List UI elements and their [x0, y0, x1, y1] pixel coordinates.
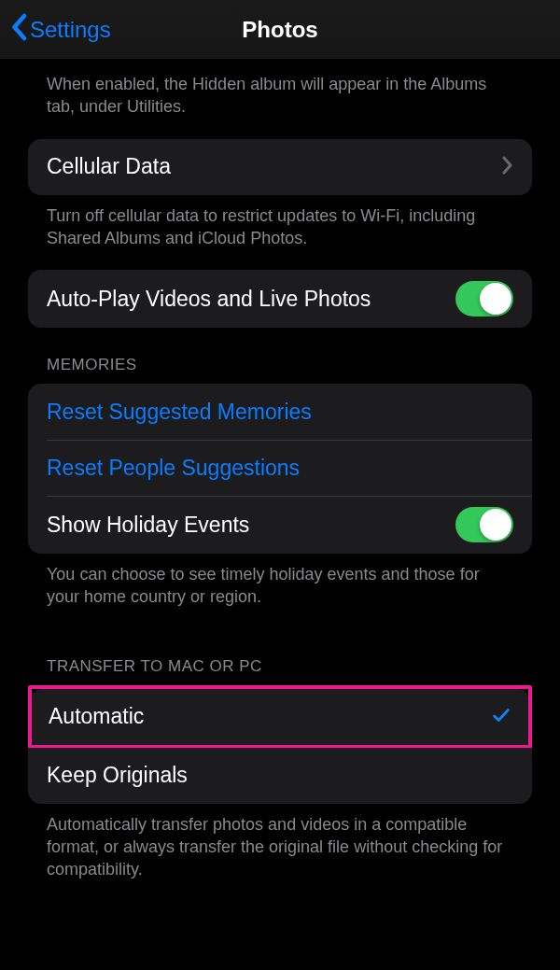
reset-people-suggestions-label: Reset People Suggestions: [47, 456, 513, 481]
memories-footer: You can choose to see timely holiday eve…: [0, 554, 560, 629]
show-holiday-events-toggle[interactable]: [455, 507, 513, 542]
checkmark-icon: [491, 705, 511, 729]
highlight-annotation: Automatic: [28, 685, 532, 749]
autoplay-label: Auto-Play Videos and Live Photos: [47, 287, 455, 312]
transfer-automatic-row[interactable]: Automatic: [32, 689, 528, 745]
cellular-data-row[interactable]: Cellular Data: [28, 139, 532, 195]
autoplay-row[interactable]: Auto-Play Videos and Live Photos: [28, 270, 532, 328]
show-holiday-events-label: Show Holiday Events: [47, 513, 455, 538]
reset-people-suggestions-row[interactable]: Reset People Suggestions: [28, 440, 532, 496]
back-button[interactable]: Settings: [9, 13, 111, 47]
chevron-left-icon: [9, 13, 28, 47]
reset-suggested-memories-label: Reset Suggested Memories: [47, 400, 513, 425]
transfer-header: TRANSFER TO MAC OR PC: [0, 629, 560, 685]
navbar: Settings Photos: [0, 0, 560, 60]
reset-suggested-memories-row[interactable]: Reset Suggested Memories: [28, 384, 532, 440]
transfer-automatic-label: Automatic: [49, 704, 491, 729]
cellular-data-label: Cellular Data: [47, 154, 502, 179]
back-label: Settings: [30, 17, 111, 43]
transfer-group-bottom: Keep Originals: [28, 748, 532, 804]
autoplay-group: Auto-Play Videos and Live Photos: [28, 270, 532, 328]
chevron-right-icon: [502, 156, 513, 178]
transfer-keep-originals-row[interactable]: Keep Originals: [28, 748, 532, 804]
memories-group: Reset Suggested Memories Reset People Su…: [28, 384, 532, 554]
hidden-album-footer: When enabled, the Hidden album will appe…: [0, 60, 560, 139]
transfer-group-top: Automatic: [32, 689, 528, 745]
cellular-data-group: Cellular Data: [28, 139, 532, 195]
autoplay-toggle[interactable]: [455, 281, 513, 316]
memories-header: MEMORIES: [0, 328, 560, 384]
cellular-data-footer: Turn off cellular data to restrict updat…: [0, 195, 560, 271]
transfer-keep-originals-label: Keep Originals: [47, 763, 513, 788]
show-holiday-events-row[interactable]: Show Holiday Events: [28, 496, 532, 554]
transfer-footer: Automatically transfer photos and videos…: [0, 804, 560, 902]
